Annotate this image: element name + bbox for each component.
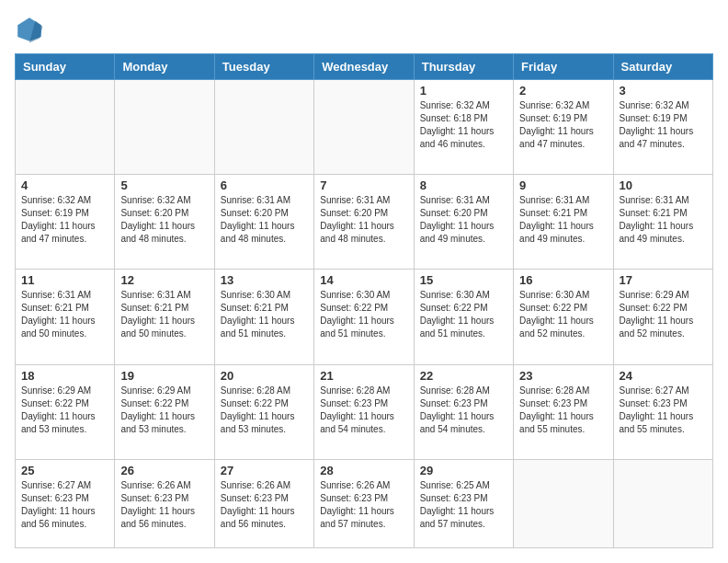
calendar-cell: 17Sunrise: 6:29 AM Sunset: 6:22 PM Dayli… — [613, 270, 712, 364]
calendar-cell: 8Sunrise: 6:31 AM Sunset: 6:20 PM Daylig… — [414, 175, 513, 270]
day-number: 9 — [519, 178, 607, 192]
day-number: 21 — [320, 369, 407, 383]
day-info: Sunrise: 6:32 AM Sunset: 6:20 PM Dayligh… — [120, 194, 208, 246]
header — [15, 15, 713, 44]
day-info: Sunrise: 6:28 AM Sunset: 6:23 PM Dayligh… — [320, 385, 407, 436]
day-number: 28 — [320, 464, 407, 477]
day-info: Sunrise: 6:31 AM Sunset: 6:20 PM Dayligh… — [320, 194, 407, 246]
calendar-cell: 25Sunrise: 6:27 AM Sunset: 6:23 PM Dayli… — [16, 459, 115, 547]
day-info: Sunrise: 6:29 AM Sunset: 6:22 PM Dayligh… — [620, 289, 707, 340]
day-info: Sunrise: 6:30 AM Sunset: 6:22 PM Dayligh… — [519, 289, 607, 340]
calendar-cell: 26Sunrise: 6:26 AM Sunset: 6:23 PM Dayli… — [115, 459, 214, 547]
day-info: Sunrise: 6:32 AM Sunset: 6:19 PM Dayligh… — [21, 194, 108, 246]
calendar-cell: 4Sunrise: 6:32 AM Sunset: 6:19 PM Daylig… — [16, 175, 115, 270]
calendar-day-header: Wednesday — [314, 54, 414, 80]
day-info: Sunrise: 6:30 AM Sunset: 6:21 PM Dayligh… — [221, 289, 308, 340]
calendar-cell: 7Sunrise: 6:31 AM Sunset: 6:20 PM Daylig… — [314, 175, 414, 270]
calendar-day-header: Monday — [115, 54, 214, 80]
day-info: Sunrise: 6:31 AM Sunset: 6:20 PM Dayligh… — [221, 194, 308, 246]
calendar-cell: 3Sunrise: 6:32 AM Sunset: 6:19 PM Daylig… — [613, 80, 712, 175]
page: SundayMondayTuesdayWednesdayThursdayFrid… — [0, 0, 728, 563]
day-info: Sunrise: 6:26 AM Sunset: 6:23 PM Dayligh… — [221, 479, 308, 531]
calendar-cell: 13Sunrise: 6:30 AM Sunset: 6:21 PM Dayli… — [214, 270, 313, 364]
calendar-cell: 15Sunrise: 6:30 AM Sunset: 6:22 PM Dayli… — [414, 270, 513, 364]
calendar-cell: 2Sunrise: 6:32 AM Sunset: 6:19 PM Daylig… — [514, 80, 613, 175]
calendar-cell: 11Sunrise: 6:31 AM Sunset: 6:21 PM Dayli… — [16, 270, 115, 364]
calendar-day-header: Thursday — [414, 54, 513, 80]
day-info: Sunrise: 6:25 AM Sunset: 6:23 PM Dayligh… — [420, 479, 507, 531]
day-number: 23 — [519, 369, 607, 383]
day-number: 25 — [21, 464, 108, 477]
day-info: Sunrise: 6:30 AM Sunset: 6:22 PM Dayligh… — [320, 289, 407, 340]
day-number: 11 — [21, 273, 108, 287]
day-info: Sunrise: 6:29 AM Sunset: 6:22 PM Dayligh… — [120, 385, 208, 436]
day-number: 22 — [420, 369, 507, 383]
day-number: 24 — [620, 369, 707, 383]
day-number: 8 — [420, 178, 507, 192]
calendar-cell — [115, 80, 214, 175]
calendar-cell: 22Sunrise: 6:28 AM Sunset: 6:23 PM Dayli… — [414, 364, 513, 459]
calendar-cell — [613, 459, 712, 547]
calendar-cell: 10Sunrise: 6:31 AM Sunset: 6:21 PM Dayli… — [613, 175, 712, 270]
day-number: 10 — [620, 178, 707, 192]
day-number: 12 — [120, 273, 208, 287]
day-info: Sunrise: 6:31 AM Sunset: 6:21 PM Dayligh… — [21, 289, 108, 340]
calendar-week-row: 1Sunrise: 6:32 AM Sunset: 6:18 PM Daylig… — [16, 80, 713, 175]
calendar-header-row: SundayMondayTuesdayWednesdayThursdayFrid… — [16, 54, 713, 80]
day-info: Sunrise: 6:32 AM Sunset: 6:18 PM Dayligh… — [420, 99, 507, 151]
day-info: Sunrise: 6:31 AM Sunset: 6:21 PM Dayligh… — [620, 194, 707, 246]
calendar-cell: 16Sunrise: 6:30 AM Sunset: 6:22 PM Dayli… — [514, 270, 613, 364]
day-number: 7 — [320, 178, 407, 192]
calendar-cell: 28Sunrise: 6:26 AM Sunset: 6:23 PM Dayli… — [314, 459, 414, 547]
day-number: 13 — [221, 273, 308, 287]
day-number: 5 — [120, 178, 208, 192]
calendar-cell: 20Sunrise: 6:28 AM Sunset: 6:22 PM Dayli… — [214, 364, 313, 459]
day-number: 15 — [420, 273, 507, 287]
calendar-cell — [16, 80, 115, 175]
day-number: 14 — [320, 273, 407, 287]
calendar-cell: 1Sunrise: 6:32 AM Sunset: 6:18 PM Daylig… — [414, 80, 513, 175]
calendar-day-header: Friday — [514, 54, 613, 80]
day-number: 26 — [120, 464, 208, 477]
calendar-cell: 27Sunrise: 6:26 AM Sunset: 6:23 PM Dayli… — [214, 459, 313, 547]
day-info: Sunrise: 6:29 AM Sunset: 6:22 PM Dayligh… — [21, 385, 108, 436]
day-info: Sunrise: 6:32 AM Sunset: 6:19 PM Dayligh… — [620, 99, 707, 151]
day-number: 2 — [519, 84, 607, 98]
day-info: Sunrise: 6:28 AM Sunset: 6:23 PM Dayligh… — [519, 385, 607, 436]
calendar-table: SundayMondayTuesdayWednesdayThursdayFrid… — [15, 53, 713, 548]
day-number: 4 — [21, 178, 108, 192]
day-number: 3 — [620, 84, 707, 98]
calendar-cell: 5Sunrise: 6:32 AM Sunset: 6:20 PM Daylig… — [115, 175, 214, 270]
calendar-cell: 24Sunrise: 6:27 AM Sunset: 6:23 PM Dayli… — [613, 364, 712, 459]
day-number: 20 — [221, 369, 308, 383]
calendar-cell: 29Sunrise: 6:25 AM Sunset: 6:23 PM Dayli… — [414, 459, 513, 547]
calendar-cell: 12Sunrise: 6:31 AM Sunset: 6:21 PM Dayli… — [115, 270, 214, 364]
calendar-cell — [514, 459, 613, 547]
day-number: 6 — [221, 178, 308, 192]
calendar-cell: 9Sunrise: 6:31 AM Sunset: 6:21 PM Daylig… — [514, 175, 613, 270]
day-info: Sunrise: 6:30 AM Sunset: 6:22 PM Dayligh… — [420, 289, 507, 340]
day-number: 18 — [21, 369, 108, 383]
logo-icon — [15, 15, 44, 44]
day-number: 29 — [420, 464, 507, 477]
day-info: Sunrise: 6:31 AM Sunset: 6:21 PM Dayligh… — [519, 194, 607, 246]
day-info: Sunrise: 6:26 AM Sunset: 6:23 PM Dayligh… — [320, 479, 407, 531]
calendar-day-header: Saturday — [613, 54, 712, 80]
calendar-week-row: 18Sunrise: 6:29 AM Sunset: 6:22 PM Dayli… — [16, 364, 713, 459]
calendar-cell: 14Sunrise: 6:30 AM Sunset: 6:22 PM Dayli… — [314, 270, 414, 364]
day-info: Sunrise: 6:27 AM Sunset: 6:23 PM Dayligh… — [21, 479, 108, 531]
calendar-cell: 23Sunrise: 6:28 AM Sunset: 6:23 PM Dayli… — [514, 364, 613, 459]
logo — [15, 15, 48, 44]
day-number: 17 — [620, 273, 707, 287]
day-info: Sunrise: 6:31 AM Sunset: 6:20 PM Dayligh… — [420, 194, 507, 246]
day-info: Sunrise: 6:27 AM Sunset: 6:23 PM Dayligh… — [620, 385, 707, 436]
day-number: 19 — [120, 369, 208, 383]
calendar-week-row: 11Sunrise: 6:31 AM Sunset: 6:21 PM Dayli… — [16, 270, 713, 364]
calendar-cell — [314, 80, 414, 175]
day-info: Sunrise: 6:28 AM Sunset: 6:22 PM Dayligh… — [221, 385, 308, 436]
calendar-week-row: 4Sunrise: 6:32 AM Sunset: 6:19 PM Daylig… — [16, 175, 713, 270]
calendar-day-header: Tuesday — [214, 54, 313, 80]
calendar-cell: 18Sunrise: 6:29 AM Sunset: 6:22 PM Dayli… — [16, 364, 115, 459]
day-info: Sunrise: 6:32 AM Sunset: 6:19 PM Dayligh… — [519, 99, 607, 151]
day-info: Sunrise: 6:28 AM Sunset: 6:23 PM Dayligh… — [420, 385, 507, 436]
